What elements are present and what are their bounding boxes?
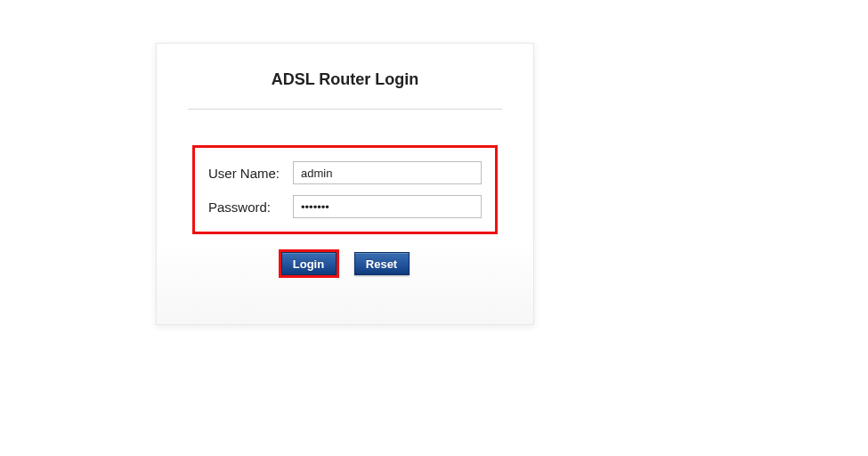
username-row: User Name: (204, 161, 486, 184)
username-label: User Name: (204, 166, 293, 181)
button-row: Login Reset (188, 252, 502, 275)
password-label: Password: (204, 200, 293, 215)
login-panel: ADSL Router Login User Name: Password: L… (156, 43, 534, 325)
login-button[interactable]: Login (281, 252, 337, 275)
page-title: ADSL Router Login (188, 70, 502, 89)
reset-button[interactable]: Reset (354, 252, 410, 275)
password-row: Password: (204, 195, 486, 218)
password-input[interactable] (293, 195, 482, 218)
credentials-highlight-box: User Name: Password: (192, 145, 498, 234)
username-input[interactable] (293, 161, 482, 184)
divider (188, 109, 502, 110)
